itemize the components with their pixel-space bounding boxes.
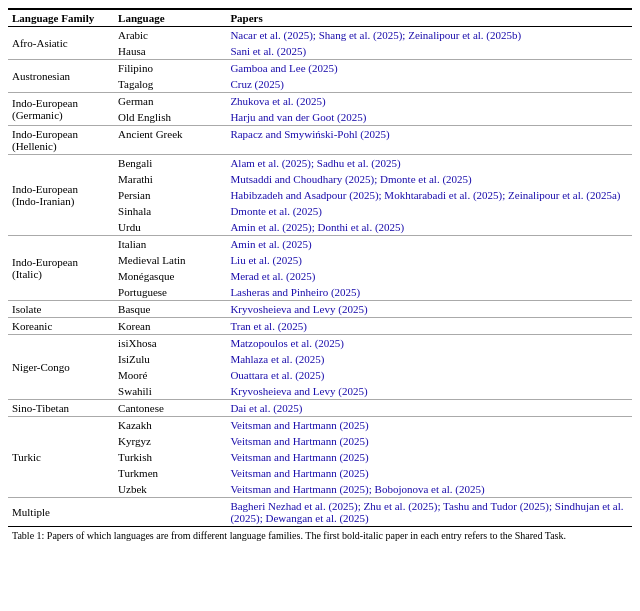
papers-cell: Mutsaddi and Choudhary (2025); Dmonte et… (226, 171, 632, 187)
language-cell: Sinhala (114, 203, 226, 219)
papers-cell: Veitsman and Hartmann (2025) (226, 449, 632, 465)
family-cell: Niger-Congo (8, 335, 114, 400)
table-row: Indo-European(Hellenic)Ancient GreekRapa… (8, 126, 632, 155)
language-cell: Ancient Greek (114, 126, 226, 155)
language-cell: German (114, 93, 226, 110)
table-row: KoreanicKoreanTran et al. (2025) (8, 318, 632, 335)
family-cell: Austronesian (8, 60, 114, 93)
language-cell: isiXhosa (114, 335, 226, 352)
table-header-row: Language Family Language Papers (8, 9, 632, 27)
papers-cell: Cruz (2025) (226, 76, 632, 93)
language-table: Language Family Language Papers Afro-Asi… (8, 8, 632, 543)
language-cell: Arabic (114, 27, 226, 44)
language-cell: Marathi (114, 171, 226, 187)
papers-cell: Merad et al. (2025) (226, 268, 632, 284)
language-cell (114, 498, 226, 527)
papers-cell: Amin et al. (2025); Donthi et al. (2025) (226, 219, 632, 236)
papers-cell: Kryvosheieva and Levy (2025) (226, 383, 632, 400)
language-cell: Bengali (114, 155, 226, 172)
papers-cell: Dmonte et al. (2025) (226, 203, 632, 219)
table-row: MultipleBagheri Nezhad et al. (2025); Zh… (8, 498, 632, 527)
table-row: IsolateBasqueKryvosheieva and Levy (2025… (8, 301, 632, 318)
language-cell: Old English (114, 109, 226, 126)
papers-cell: Veitsman and Hartmann (2025); Bobojonova… (226, 481, 632, 498)
papers-cell: Sani et al. (2025) (226, 43, 632, 60)
language-cell: Portuguese (114, 284, 226, 301)
col-header-language: Language (114, 9, 226, 27)
language-cell: Tagalog (114, 76, 226, 93)
col-header-papers: Papers (226, 9, 632, 27)
table-row: Indo-European(Italic)ItalianAmin et al. … (8, 236, 632, 253)
language-cell: Italian (114, 236, 226, 253)
family-cell: Isolate (8, 301, 114, 318)
table-row: AustronesianFilipinoGamboa and Lee (2025… (8, 60, 632, 77)
language-cell: Uzbek (114, 481, 226, 498)
language-cell: Mooré (114, 367, 226, 383)
papers-cell: Kryvosheieva and Levy (2025) (226, 301, 632, 318)
language-cell: Cantonese (114, 400, 226, 417)
family-cell: Afro-Asiatic (8, 27, 114, 60)
table-row: Afro-AsiaticArabicNacar et al. (2025); S… (8, 27, 632, 44)
papers-cell: Liu et al. (2025) (226, 252, 632, 268)
papers-cell: Habibzadeh and Asadpour (2025); Mokhtara… (226, 187, 632, 203)
family-cell: Turkic (8, 417, 114, 498)
papers-cell: Ouattara et al. (2025) (226, 367, 632, 383)
language-cell: Medieval Latin (114, 252, 226, 268)
col-header-family: Language Family (8, 9, 114, 27)
papers-cell: Rapacz and Smywiński-Pohl (2025) (226, 126, 632, 155)
papers-cell: Matzopoulos et al. (2025) (226, 335, 632, 352)
papers-cell: Veitsman and Hartmann (2025) (226, 465, 632, 481)
language-cell: Persian (114, 187, 226, 203)
language-cell: Kyrgyz (114, 433, 226, 449)
language-cell: Urdu (114, 219, 226, 236)
language-cell: Hausa (114, 43, 226, 60)
family-cell: Multiple (8, 498, 114, 527)
papers-cell: Harju and van der Goot (2025) (226, 109, 632, 126)
family-cell: Koreanic (8, 318, 114, 335)
family-cell: Indo-European(Hellenic) (8, 126, 114, 155)
table-row: Indo-European(Germanic)GermanZhukova et … (8, 93, 632, 110)
table-row: Indo-European(Indo-Iranian)BengaliAlam e… (8, 155, 632, 172)
language-cell: IsiZulu (114, 351, 226, 367)
language-cell: Turkish (114, 449, 226, 465)
language-cell: Kazakh (114, 417, 226, 434)
table-row: Sino-TibetanCantoneseDai et al. (2025) (8, 400, 632, 417)
table-caption: Table 1: Papers of which languages are f… (8, 527, 632, 544)
language-cell: Monégasque (114, 268, 226, 284)
family-cell: Indo-European(Indo-Iranian) (8, 155, 114, 236)
language-cell: Turkmen (114, 465, 226, 481)
family-cell: Sino-Tibetan (8, 400, 114, 417)
papers-cell: Dai et al. (2025) (226, 400, 632, 417)
papers-cell: Zhukova et al. (2025) (226, 93, 632, 110)
papers-cell: Veitsman and Hartmann (2025) (226, 417, 632, 434)
papers-cell: Alam et al. (2025); Sadhu et al. (2025) (226, 155, 632, 172)
family-cell: Indo-European(Germanic) (8, 93, 114, 126)
papers-cell: Mahlaza et al. (2025) (226, 351, 632, 367)
papers-cell: Amin et al. (2025) (226, 236, 632, 253)
papers-cell: Lasheras and Pinheiro (2025) (226, 284, 632, 301)
language-cell: Swahili (114, 383, 226, 400)
language-cell: Korean (114, 318, 226, 335)
table-row: TurkicKazakhVeitsman and Hartmann (2025) (8, 417, 632, 434)
language-cell: Filipino (114, 60, 226, 77)
papers-cell: Gamboa and Lee (2025) (226, 60, 632, 77)
family-cell: Indo-European(Italic) (8, 236, 114, 301)
table-caption-row: Table 1: Papers of which languages are f… (8, 527, 632, 544)
table-row: Niger-CongoisiXhosaMatzopoulos et al. (2… (8, 335, 632, 352)
language-cell: Basque (114, 301, 226, 318)
papers-cell: Bagheri Nezhad et al. (2025); Zhu et al.… (226, 498, 632, 527)
papers-cell: Veitsman and Hartmann (2025) (226, 433, 632, 449)
papers-cell: Nacar et al. (2025); Shang et al. (2025)… (226, 27, 632, 44)
papers-cell: Tran et al. (2025) (226, 318, 632, 335)
